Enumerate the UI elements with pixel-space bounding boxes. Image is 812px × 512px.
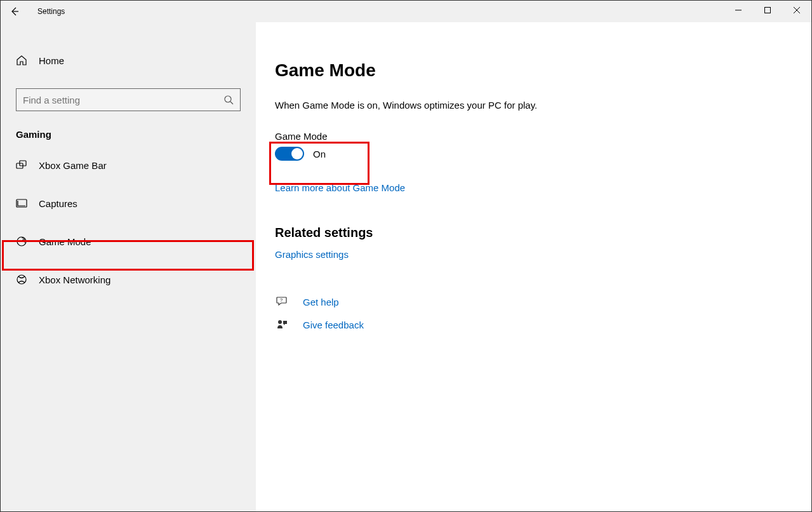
get-help-row[interactable]: ? Get help [275, 296, 811, 307]
window-title: Settings [37, 7, 65, 16]
search-icon [223, 95, 234, 105]
get-help-link[interactable]: Get help [303, 297, 339, 307]
sidebar-item-xbox-networking[interactable]: Xbox Networking [1, 266, 256, 293]
sidebar-item-label: Captures [39, 198, 77, 209]
learn-more-link[interactable]: Learn more about Game Mode [275, 182, 405, 193]
sidebar-item-captures[interactable]: Captures [1, 189, 256, 217]
svg-line-6 [230, 102, 233, 104]
minimize-button[interactable] [724, 1, 753, 20]
titlebar: Settings [1, 1, 811, 22]
sidebar-item-xbox-game-bar[interactable]: Xbox Game Bar [1, 151, 256, 179]
toggle-state-text: On [313, 149, 326, 159]
page-title: Game Mode [275, 60, 811, 81]
game-mode-icon [16, 236, 27, 247]
svg-text:?: ? [280, 297, 283, 303]
give-feedback-row[interactable]: Give feedback [275, 319, 811, 330]
related-settings-heading: Related settings [275, 226, 811, 240]
sidebar-item-label: Xbox Game Bar [39, 160, 107, 171]
help-icon: ? [275, 296, 290, 307]
minimize-icon [735, 7, 742, 13]
sidebar-item-label: Xbox Networking [39, 274, 110, 285]
home-icon [16, 55, 27, 66]
back-button[interactable] [1, 1, 29, 22]
sidebar-category-heading: Gaming [16, 129, 256, 140]
sidebar-home[interactable]: Home [1, 46, 256, 74]
close-button[interactable] [782, 1, 811, 20]
sidebar: Home Gaming Xbox Game Bar [1, 22, 256, 511]
toggle-knob [291, 148, 303, 159]
svg-line-11 [22, 239, 23, 241]
maximize-icon [764, 7, 771, 13]
captures-icon [16, 198, 27, 209]
game-mode-toggle[interactable] [275, 147, 304, 161]
search-input[interactable] [23, 95, 223, 105]
arrow-left-icon [10, 6, 20, 17]
svg-point-5 [225, 96, 231, 102]
maximize-button[interactable] [753, 1, 782, 20]
home-label: Home [39, 55, 64, 66]
page-description: When Game Mode is on, Windows optimizes … [275, 100, 811, 111]
search-box[interactable] [16, 88, 241, 111]
content: Game Mode When Game Mode is on, Windows … [256, 22, 811, 511]
game-bar-icon [16, 159, 27, 171]
xbox-icon [16, 274, 27, 285]
svg-point-14 [278, 320, 282, 324]
close-icon [794, 7, 800, 13]
sidebar-item-game-mode[interactable]: Game Mode [1, 227, 256, 255]
sidebar-item-label: Game Mode [39, 236, 91, 247]
toggle-label: Game Mode [275, 131, 811, 142]
feedback-icon [275, 319, 290, 330]
graphics-settings-link[interactable]: Graphics settings [275, 249, 349, 260]
svg-rect-2 [765, 8, 771, 13]
give-feedback-link[interactable]: Give feedback [303, 320, 364, 330]
